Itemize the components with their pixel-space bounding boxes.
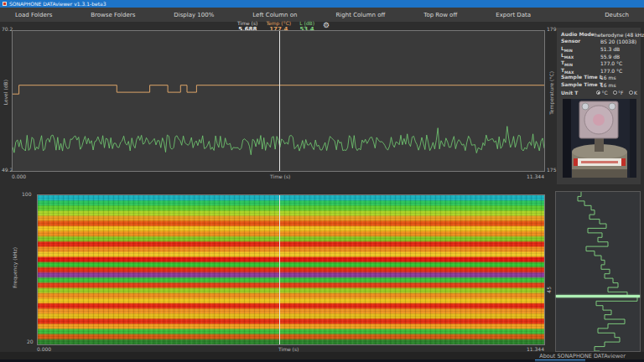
unit-radio-kelvin[interactable]: K [629, 90, 637, 96]
info-value: heterodyne (48 kHz) [595, 32, 644, 38]
measurement-info-panel: Audio Mode heterodyne (48 kHz) Sensor BS… [557, 28, 641, 184]
app-icon [3, 2, 7, 6]
info-row-sample-time-l: Sample Time L 16 ms [561, 75, 637, 82]
radio-icon [613, 90, 617, 95]
info-value: 177.0 °C [600, 68, 622, 74]
window-title: SONAPHONE DATAviewer v1.3.1-beta3 [9, 0, 106, 8]
level-x-axis-label: Time (s) [270, 173, 290, 179]
display-zoom-button[interactable]: Display 100% [174, 12, 214, 18]
frequency-cursor-label: 45 [546, 287, 552, 293]
unit-option-label: K [634, 90, 637, 96]
freq-axis-max-tick: 100 [22, 191, 31, 197]
level-axis-label: Level (dB) [3, 80, 8, 105]
language-button[interactable]: Deutsch [605, 12, 629, 18]
export-data-button[interactable]: Export Data [496, 12, 531, 18]
info-row-tmax: TMAX 177.0 °C [561, 67, 637, 75]
info-row-sample-time-t: Sample Time T 16 ms [561, 81, 637, 89]
info-value: 51.3 dB [600, 46, 620, 52]
temperature-trace [13, 85, 544, 95]
info-row-tmin: TMIN 177.0 °C [561, 59, 637, 67]
level-chart-canvas [13, 31, 544, 171]
unit-radio-celsius[interactable]: °C [596, 90, 608, 96]
browse-folders-button[interactable]: Browse Folders [91, 12, 135, 18]
settings-gear-icon[interactable]: ⚙ [323, 20, 330, 30]
top-row-toggle-button[interactable]: Top Row off [423, 12, 457, 18]
info-value: BS 20 (10038) [600, 39, 636, 44]
temp-axis-max-tick: 179 [547, 26, 556, 32]
spectrogram-chart[interactable] [37, 194, 545, 345]
level-x-end-tick: 11.344 [527, 173, 544, 179]
spectrogram-texture [38, 195, 544, 344]
spectrum-side-panel[interactable] [555, 191, 641, 352]
info-row-audio-mode: Audio Mode heterodyne (48 kHz) [561, 31, 637, 39]
info-value: 16 ms [600, 82, 616, 88]
spectrum-canvas [556, 192, 640, 351]
right-column-toggle-button[interactable]: Right Column off [336, 12, 386, 18]
time-cursor-line-level-chart[interactable] [279, 31, 280, 171]
level-trace [13, 127, 544, 155]
unit-radio-fahrenheit[interactable]: °F [613, 90, 624, 96]
unit-t-label: Unit T [561, 90, 596, 96]
spectro-x-axis-label: Time (s) [278, 346, 299, 352]
readout-level-label: L (dB) [299, 20, 314, 26]
spectrum-trace [578, 192, 637, 351]
left-column-toggle-button[interactable]: Left Column on [252, 12, 297, 18]
unit-option-label: °C [601, 90, 607, 96]
readout-time-label: Time (s) [237, 20, 257, 26]
unit-t-row: Unit T °C °F K [561, 89, 637, 96]
unit-option-label: °F [618, 90, 623, 96]
info-row-lmin: LMIN 51.3 dB [561, 45, 637, 53]
temp-axis-min-tick: 175 [547, 167, 556, 173]
info-value: 177.0 °C [600, 60, 622, 66]
level-x-start-tick: 0.000 [12, 173, 26, 179]
info-row-sensor: Sensor BS 20 (10038) [561, 39, 637, 46]
spectro-x-start-tick: 0.000 [37, 346, 51, 352]
freq-axis-label: Frequency (kHz) [12, 247, 18, 288]
sensor-photo [561, 99, 637, 178]
radio-icon [629, 90, 633, 95]
readout-temp-label: Temp (°C) [266, 20, 291, 26]
time-cursor-line-spectrogram[interactable] [279, 195, 280, 344]
temp-axis-label: Temperature (°C) [548, 71, 554, 115]
title-bar: SONAPHONE DATAviewer v1.3.1-beta3 [0, 0, 644, 8]
about-link[interactable]: About SONAPHONE DATAviewer [539, 353, 626, 359]
sensor-photo-image [563, 99, 636, 178]
info-label: Sample Time T [561, 81, 600, 89]
load-folders-button[interactable]: Load Folders [15, 12, 52, 18]
frequency-cursor-bar[interactable] [556, 295, 640, 297]
level-temperature-chart[interactable] [12, 30, 545, 172]
unit-t-radio-group: °C °F K [596, 90, 637, 96]
info-row-lmax: LMAX 55.9 dB [561, 53, 637, 60]
app-window: SONAPHONE DATAviewer v1.3.1-beta3 Load F… [0, 0, 644, 362]
info-value: 16 ms [600, 75, 616, 80]
status-bar: About SONAPHONE DATAviewer [0, 352, 644, 359]
spectro-x-end-tick: 11.344 [527, 346, 544, 352]
freq-axis-min-tick: 20 [27, 339, 34, 344]
info-value: 55.9 dB [600, 54, 620, 59]
radio-icon [596, 90, 600, 95]
